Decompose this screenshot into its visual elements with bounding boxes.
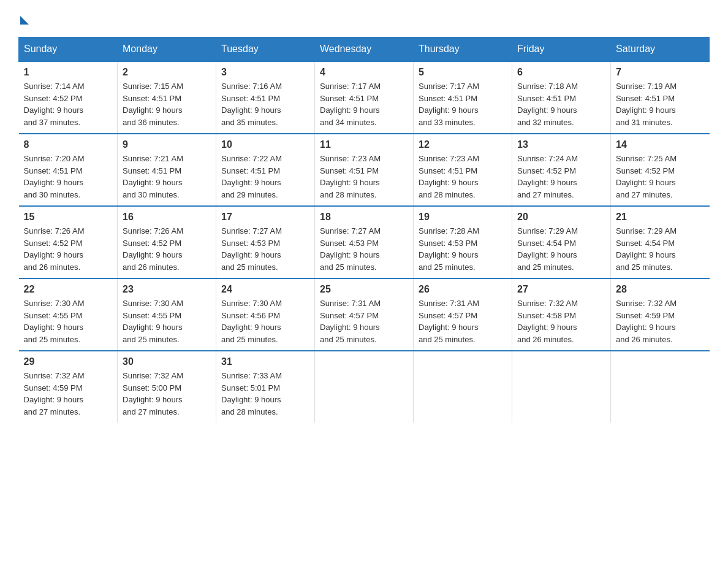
day-cell: 23 Sunrise: 7:30 AM Sunset: 4:55 PM Dayl… (118, 278, 216, 351)
day-number: 7 (616, 67, 705, 78)
header-cell-sunday: Sunday (19, 37, 118, 62)
day-number: 30 (123, 356, 211, 367)
day-cell (315, 351, 414, 423)
day-cell: 14 Sunrise: 7:25 AM Sunset: 4:52 PM Dayl… (611, 134, 710, 206)
day-info: Sunrise: 7:24 AM Sunset: 4:52 PM Dayligh… (517, 153, 605, 201)
day-info: Sunrise: 7:17 AM Sunset: 4:51 PM Dayligh… (320, 80, 408, 128)
day-cell: 1 Sunrise: 7:14 AM Sunset: 4:52 PM Dayli… (19, 61, 118, 134)
day-number: 9 (123, 139, 211, 150)
day-number: 29 (24, 356, 113, 367)
day-number: 31 (221, 356, 309, 367)
day-cell: 22 Sunrise: 7:30 AM Sunset: 4:55 PM Dayl… (19, 278, 118, 351)
day-info: Sunrise: 7:29 AM Sunset: 4:54 PM Dayligh… (517, 225, 605, 273)
day-info: Sunrise: 7:33 AM Sunset: 5:01 PM Dayligh… (221, 370, 309, 418)
day-info: Sunrise: 7:32 AM Sunset: 4:58 PM Dayligh… (517, 297, 605, 345)
day-info: Sunrise: 7:22 AM Sunset: 4:51 PM Dayligh… (221, 153, 309, 201)
day-cell: 17 Sunrise: 7:27 AM Sunset: 4:53 PM Dayl… (216, 206, 315, 278)
day-info: Sunrise: 7:18 AM Sunset: 4:51 PM Dayligh… (517, 80, 605, 128)
calendar-header: SundayMondayTuesdayWednesdayThursdayFrid… (19, 37, 710, 62)
day-cell: 16 Sunrise: 7:26 AM Sunset: 4:52 PM Dayl… (118, 206, 216, 278)
day-info: Sunrise: 7:26 AM Sunset: 4:52 PM Dayligh… (24, 225, 113, 273)
day-info: Sunrise: 7:30 AM Sunset: 4:55 PM Dayligh… (123, 297, 211, 345)
day-number: 12 (419, 139, 507, 150)
day-number: 23 (123, 284, 211, 295)
day-number: 2 (123, 67, 211, 78)
day-number: 3 (221, 67, 309, 78)
week-row-4: 22 Sunrise: 7:30 AM Sunset: 4:55 PM Dayl… (19, 278, 710, 351)
logo-arrow-icon (20, 16, 29, 25)
day-info: Sunrise: 7:26 AM Sunset: 4:52 PM Dayligh… (123, 225, 211, 273)
day-info: Sunrise: 7:27 AM Sunset: 4:53 PM Dayligh… (320, 225, 408, 273)
day-number: 17 (221, 212, 309, 223)
day-cell: 24 Sunrise: 7:30 AM Sunset: 4:56 PM Dayl… (216, 278, 315, 351)
day-info: Sunrise: 7:32 AM Sunset: 4:59 PM Dayligh… (616, 297, 705, 345)
day-number: 13 (517, 139, 605, 150)
header-cell-monday: Monday (118, 37, 216, 62)
day-info: Sunrise: 7:30 AM Sunset: 4:56 PM Dayligh… (221, 297, 309, 345)
day-info: Sunrise: 7:31 AM Sunset: 4:57 PM Dayligh… (320, 297, 408, 345)
day-info: Sunrise: 7:20 AM Sunset: 4:51 PM Dayligh… (24, 153, 113, 201)
day-cell: 18 Sunrise: 7:27 AM Sunset: 4:53 PM Dayl… (315, 206, 414, 278)
header-cell-wednesday: Wednesday (315, 37, 414, 62)
day-cell: 12 Sunrise: 7:23 AM Sunset: 4:51 PM Dayl… (414, 134, 512, 206)
day-number: 16 (123, 212, 211, 223)
day-info: Sunrise: 7:19 AM Sunset: 4:51 PM Dayligh… (616, 80, 705, 128)
day-cell: 15 Sunrise: 7:26 AM Sunset: 4:52 PM Dayl… (19, 206, 118, 278)
day-info: Sunrise: 7:31 AM Sunset: 4:57 PM Dayligh… (419, 297, 507, 345)
day-info: Sunrise: 7:23 AM Sunset: 4:51 PM Dayligh… (320, 153, 408, 201)
header-cell-friday: Friday (512, 37, 611, 62)
day-cell: 9 Sunrise: 7:21 AM Sunset: 4:51 PM Dayli… (118, 134, 216, 206)
day-info: Sunrise: 7:17 AM Sunset: 4:51 PM Dayligh… (419, 80, 507, 128)
header-cell-saturday: Saturday (611, 37, 710, 62)
calendar-body: 1 Sunrise: 7:14 AM Sunset: 4:52 PM Dayli… (19, 61, 710, 423)
day-info: Sunrise: 7:32 AM Sunset: 4:59 PM Dayligh… (24, 370, 113, 418)
day-info: Sunrise: 7:30 AM Sunset: 4:55 PM Dayligh… (24, 297, 113, 345)
calendar-table: SundayMondayTuesdayWednesdayThursdayFrid… (18, 37, 710, 423)
day-number: 11 (320, 139, 408, 150)
day-info: Sunrise: 7:32 AM Sunset: 5:00 PM Dayligh… (123, 370, 211, 418)
day-info: Sunrise: 7:25 AM Sunset: 4:52 PM Dayligh… (616, 153, 705, 201)
day-number: 4 (320, 67, 408, 78)
week-row-1: 1 Sunrise: 7:14 AM Sunset: 4:52 PM Dayli… (19, 61, 710, 134)
day-info: Sunrise: 7:23 AM Sunset: 4:51 PM Dayligh… (419, 153, 507, 201)
day-number: 15 (24, 212, 113, 223)
day-number: 27 (517, 284, 605, 295)
header-cell-thursday: Thursday (414, 37, 512, 62)
day-cell (611, 351, 710, 423)
day-cell: 10 Sunrise: 7:22 AM Sunset: 4:51 PM Dayl… (216, 134, 315, 206)
week-row-2: 8 Sunrise: 7:20 AM Sunset: 4:51 PM Dayli… (19, 134, 710, 206)
day-info: Sunrise: 7:27 AM Sunset: 4:53 PM Dayligh… (221, 225, 309, 273)
day-number: 21 (616, 212, 705, 223)
day-number: 28 (616, 284, 705, 295)
day-number: 10 (221, 139, 309, 150)
day-cell (512, 351, 611, 423)
week-row-5: 29 Sunrise: 7:32 AM Sunset: 4:59 PM Dayl… (19, 351, 710, 423)
day-number: 1 (24, 67, 113, 78)
day-cell: 3 Sunrise: 7:16 AM Sunset: 4:51 PM Dayli… (216, 61, 315, 134)
day-cell: 2 Sunrise: 7:15 AM Sunset: 4:51 PM Dayli… (118, 61, 216, 134)
day-number: 18 (320, 212, 408, 223)
day-info: Sunrise: 7:14 AM Sunset: 4:52 PM Dayligh… (24, 80, 113, 128)
day-info: Sunrise: 7:29 AM Sunset: 4:54 PM Dayligh… (616, 225, 705, 273)
day-info: Sunrise: 7:16 AM Sunset: 4:51 PM Dayligh… (221, 80, 309, 128)
day-cell: 25 Sunrise: 7:31 AM Sunset: 4:57 PM Dayl… (315, 278, 414, 351)
day-cell: 28 Sunrise: 7:32 AM Sunset: 4:59 PM Dayl… (611, 278, 710, 351)
day-cell: 29 Sunrise: 7:32 AM Sunset: 4:59 PM Dayl… (19, 351, 118, 423)
day-number: 19 (419, 212, 507, 223)
page-header (18, 12, 710, 25)
day-number: 25 (320, 284, 408, 295)
day-cell: 8 Sunrise: 7:20 AM Sunset: 4:51 PM Dayli… (19, 134, 118, 206)
day-cell: 30 Sunrise: 7:32 AM Sunset: 5:00 PM Dayl… (118, 351, 216, 423)
header-cell-tuesday: Tuesday (216, 37, 315, 62)
day-cell: 26 Sunrise: 7:31 AM Sunset: 4:57 PM Dayl… (414, 278, 512, 351)
header-row: SundayMondayTuesdayWednesdayThursdayFrid… (19, 37, 710, 62)
day-number: 24 (221, 284, 309, 295)
day-number: 6 (517, 67, 605, 78)
day-cell (414, 351, 512, 423)
day-info: Sunrise: 7:28 AM Sunset: 4:53 PM Dayligh… (419, 225, 507, 273)
day-cell: 7 Sunrise: 7:19 AM Sunset: 4:51 PM Dayli… (611, 61, 710, 134)
day-info: Sunrise: 7:21 AM Sunset: 4:51 PM Dayligh… (123, 153, 211, 201)
day-cell: 20 Sunrise: 7:29 AM Sunset: 4:54 PM Dayl… (512, 206, 611, 278)
day-number: 26 (419, 284, 507, 295)
day-number: 14 (616, 139, 705, 150)
